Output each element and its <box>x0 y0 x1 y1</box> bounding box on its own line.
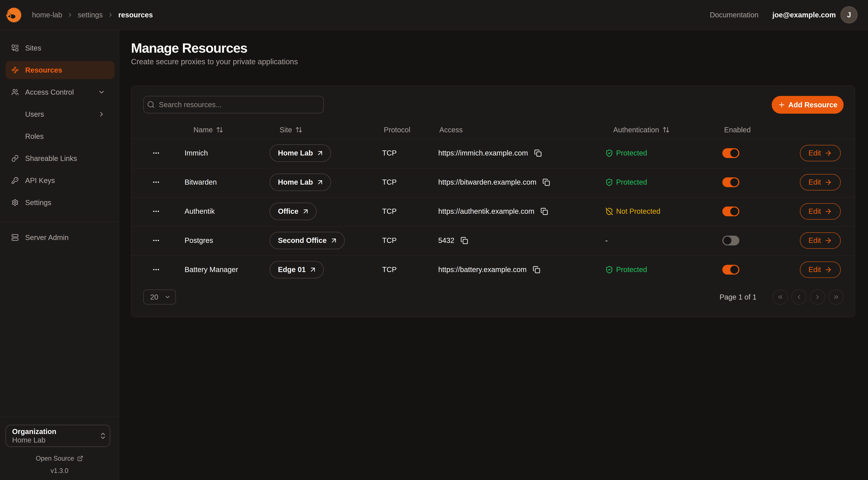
search-input[interactable] <box>159 101 311 109</box>
organization-selector[interactable]: Organization Home Lab <box>6 425 110 447</box>
site-link[interactable]: Second Office <box>270 232 345 249</box>
edit-button[interactable]: Edit <box>800 203 841 219</box>
sidebar-item-label: Roles <box>25 132 43 141</box>
row-menu-button[interactable] <box>151 197 161 226</box>
column-header-name[interactable]: Name <box>193 120 223 139</box>
copy-icon[interactable] <box>534 149 542 157</box>
breadcrumb: home-lab settings resources <box>32 0 153 30</box>
organization-name: Home Lab <box>12 436 56 444</box>
sidebar-item-users[interactable]: Users <box>6 105 115 123</box>
edit-button[interactable]: Edit <box>800 174 841 190</box>
table-body: Immich Home Lab TCP https://immich.examp… <box>131 139 855 284</box>
sidebar-item-sites[interactable]: Sites <box>6 39 115 57</box>
enabled-toggle[interactable] <box>722 148 739 158</box>
combine-icon <box>11 44 19 52</box>
enabled-toggle[interactable] <box>722 177 739 187</box>
sidebar-item-resources[interactable]: Resources <box>6 61 115 79</box>
protocol: TCP <box>382 226 397 255</box>
arrow-right-icon <box>824 237 832 244</box>
copy-icon[interactable] <box>542 178 550 186</box>
ellipsis-icon <box>152 149 160 157</box>
column-label: Authentication <box>613 126 659 134</box>
chevron-right-icon <box>67 12 73 18</box>
sidebar-item-access-control[interactable]: Access Control <box>6 83 115 101</box>
pangolin-logo[interactable] <box>5 6 23 24</box>
table-row: Authentik Office TCP https://authentik.e… <box>131 197 855 226</box>
enabled-toggle[interactable] <box>722 265 739 275</box>
page-info: Page 1 of 1 <box>719 290 756 305</box>
row-menu-button[interactable] <box>151 139 161 168</box>
access-url: https://immich.example.com <box>438 139 542 168</box>
open-source-link[interactable]: Open Source <box>0 455 119 462</box>
site-link[interactable]: Home Lab <box>270 174 331 191</box>
row-menu-button[interactable] <box>151 255 161 284</box>
sort-icon[interactable] <box>295 126 303 133</box>
copy-icon[interactable] <box>461 237 468 244</box>
auth-status: Protected <box>605 168 647 197</box>
site-link[interactable]: Office <box>270 203 316 220</box>
key-icon <box>11 177 19 184</box>
last-page-button[interactable] <box>829 290 844 305</box>
enabled-toggle[interactable] <box>722 207 739 216</box>
row-menu-button[interactable] <box>151 226 161 255</box>
copy-icon[interactable] <box>533 266 540 273</box>
access-url: https://bitwarden.example.com <box>438 168 550 197</box>
site-link[interactable]: Home Lab <box>270 144 331 162</box>
toggle-knob <box>730 207 738 215</box>
auth-status: Protected <box>605 139 647 168</box>
sidebar-footer-divider <box>0 417 119 417</box>
enabled-toggle[interactable] <box>722 236 739 245</box>
breadcrumb-settings[interactable]: settings <box>78 11 103 19</box>
edit-button[interactable]: Edit <box>800 145 841 161</box>
row-menu-button[interactable] <box>151 168 161 197</box>
chevron-down-icon <box>164 294 171 300</box>
prev-page-button[interactable] <box>791 290 806 305</box>
sidebar-item-settings[interactable]: Settings <box>6 193 115 212</box>
site-name: Second Office <box>278 236 327 244</box>
edit-label: Edit <box>808 178 821 186</box>
sidebar-item-roles[interactable]: Roles <box>6 127 115 145</box>
sort-icon[interactable] <box>216 126 223 133</box>
edit-button[interactable]: Edit <box>800 232 841 249</box>
edit-button[interactable]: Edit <box>800 262 841 278</box>
page-title: Manage Resources <box>131 40 247 56</box>
chevron-left-icon <box>796 294 802 300</box>
auth-label: Not Protected <box>616 207 660 215</box>
edit-label: Edit <box>808 236 821 244</box>
first-page-button[interactable] <box>773 290 788 305</box>
shield-check-icon <box>605 266 613 274</box>
users-icon <box>11 89 19 96</box>
column-header-site[interactable]: Site <box>280 120 303 139</box>
chevrons-up-down-icon <box>99 432 107 440</box>
next-page-button[interactable] <box>810 290 825 305</box>
toggle-knob <box>730 149 738 157</box>
sidebar-item-server-admin[interactable]: Server Admin <box>6 229 115 246</box>
column-label: Protocol <box>384 126 410 134</box>
waypoints-icon <box>11 66 19 74</box>
breadcrumb-org[interactable]: home-lab <box>32 11 62 19</box>
sidebar-item-shareable-links[interactable]: Shareable Links <box>6 149 115 168</box>
documentation-link[interactable]: Documentation <box>710 11 758 19</box>
sidebar-item-api-keys[interactable]: API Keys <box>6 171 115 189</box>
user-email[interactable]: joe@example.com <box>772 11 836 19</box>
resource-name: Authentik <box>185 197 215 226</box>
copy-icon[interactable] <box>540 208 548 215</box>
arrow-right-icon <box>824 149 832 157</box>
sort-icon[interactable] <box>662 126 670 133</box>
sidebar-item-label: Settings <box>25 199 52 207</box>
external-link-icon <box>77 455 83 461</box>
avatar[interactable]: J <box>840 6 858 23</box>
sidebar-item-label: Users <box>25 110 44 118</box>
resource-name: Bitwarden <box>185 168 217 197</box>
ellipsis-icon <box>152 266 160 273</box>
breadcrumb-resources[interactable]: resources <box>118 11 153 19</box>
column-header-authentication[interactable]: Authentication <box>613 120 670 139</box>
chevrons-left-icon <box>777 294 784 300</box>
toggle-knob <box>730 266 738 274</box>
page-size-select[interactable]: 20 <box>143 290 176 304</box>
protocol: TCP <box>382 168 397 197</box>
site-link[interactable]: Edge 01 <box>270 261 324 278</box>
add-resource-button[interactable]: Add Resource <box>772 96 844 114</box>
column-header-protocol: Protocol <box>384 120 410 139</box>
column-label: Access <box>439 126 463 134</box>
